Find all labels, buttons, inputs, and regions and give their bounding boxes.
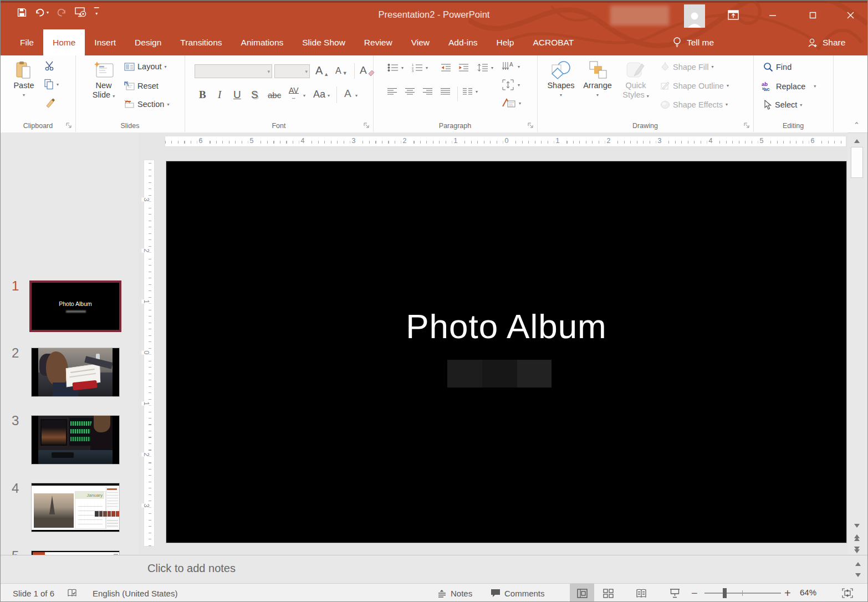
replace-dropdown[interactable]: ▾ — [814, 84, 816, 89]
font-size-combobox[interactable]: ▾ — [274, 64, 310, 78]
tab-file[interactable]: File — [11, 29, 43, 55]
select-button[interactable]: Select▾ — [763, 100, 802, 110]
font-color-dropdown[interactable]: ▾ — [355, 93, 358, 98]
close-button[interactable] — [842, 7, 859, 23]
copy-dropdown[interactable]: ▾ — [57, 82, 59, 87]
change-case-dropdown[interactable]: ▾ — [328, 93, 330, 98]
shape-effects-button[interactable]: Shape Effects▾ — [660, 100, 728, 109]
tab-acrobat[interactable]: ACROBAT — [523, 29, 583, 55]
quick-styles-button[interactable]: Quick Styles ▾ — [619, 60, 652, 101]
character-spacing-dropdown[interactable]: ▾ — [303, 93, 305, 98]
slide-thumbnail-1[interactable]: 1 Photo Album — [1, 280, 138, 332]
tab-addins[interactable]: Add-ins — [439, 29, 487, 55]
numbering-dropdown[interactable]: ▾ — [426, 65, 428, 70]
notes-scroll-down-button[interactable] — [851, 570, 865, 580]
bullets-button[interactable]: ▾ — [387, 63, 404, 72]
restore-button[interactable] — [804, 7, 821, 23]
text-direction-button[interactable]: A ▾ — [502, 61, 520, 72]
shapes-button[interactable]: Shapes ▾ — [546, 60, 576, 100]
zoom-slider-track[interactable] — [704, 593, 781, 594]
paragraph-dialog-launcher[interactable] — [528, 123, 534, 129]
line-spacing-dropdown[interactable]: ▾ — [491, 65, 493, 70]
tab-home[interactable]: Home — [43, 29, 85, 55]
slide-editing-area[interactable]: 6 5 4 3 2 1 0 1 2 3 4 5 6 3 2 1 0 1 2 3 … — [138, 132, 847, 555]
zoom-slider-thumb[interactable] — [723, 588, 727, 598]
strikethrough-button[interactable]: abc — [268, 90, 281, 100]
align-text-dropdown[interactable]: ▾ — [518, 83, 520, 88]
reset-button[interactable]: Reset — [124, 81, 159, 90]
slideshow-view-button[interactable] — [662, 584, 687, 602]
notes-placeholder[interactable]: Click to add notes — [147, 562, 236, 575]
scrollbar-thumb[interactable] — [851, 147, 863, 178]
collapse-ribbon-button[interactable]: ⌃ — [854, 121, 860, 129]
notes-pane[interactable]: Click to add notes — [1, 555, 867, 584]
character-spacing-button[interactable]: AV↔ — [289, 88, 299, 100]
current-slide[interactable]: Photo Album — [166, 161, 846, 543]
format-painter-button[interactable] — [45, 98, 56, 109]
replace-button[interactable]: abac Replace ▾ — [761, 81, 816, 91]
tab-help[interactable]: Help — [487, 29, 524, 55]
tab-review[interactable]: Review — [355, 29, 402, 55]
slide-thumbnail-2[interactable]: 2 — [1, 348, 138, 397]
shape-fill-button[interactable]: Shape Fill▾ — [660, 62, 714, 72]
tab-insert[interactable]: Insert — [85, 29, 125, 55]
paste-dropdown[interactable]: ▾ — [23, 90, 25, 100]
scroll-down-button[interactable] — [850, 521, 864, 530]
bold-button[interactable]: B — [199, 89, 206, 101]
align-left-button[interactable] — [387, 88, 397, 96]
line-spacing-button[interactable]: ▾ — [477, 63, 493, 72]
decrease-indent-button[interactable] — [441, 63, 451, 72]
change-case-button[interactable]: Aa — [313, 89, 325, 100]
tab-design[interactable]: Design — [125, 29, 171, 55]
text-direction-dropdown[interactable]: ▾ — [518, 64, 520, 69]
clipboard-dialog-launcher[interactable] — [66, 123, 73, 129]
new-slide-button[interactable]: New Slide ▾ — [88, 60, 120, 101]
columns-button[interactable]: ▾ — [463, 88, 478, 96]
section-button[interactable]: Section▾ — [124, 100, 169, 109]
paste-button[interactable]: Paste ▾ — [9, 60, 38, 100]
tab-transitions[interactable]: Transitions — [171, 29, 231, 55]
reading-view-button[interactable] — [629, 584, 653, 602]
slide-thumbnail-3[interactable]: 3 — [1, 415, 138, 465]
shape-outline-button[interactable]: Shape Outline▾ — [660, 81, 729, 90]
notes-scroll-up-button[interactable] — [851, 559, 865, 569]
slide-thumbnail-4[interactable]: 4 January — [1, 483, 138, 532]
slide-sorter-view-button[interactable] — [596, 584, 620, 602]
decrease-font-size-button[interactable]: A▼ — [335, 66, 348, 76]
language-selector[interactable]: English (United States) — [93, 584, 177, 602]
ribbon-display-options-button[interactable] — [725, 7, 742, 23]
columns-dropdown[interactable]: ▾ — [476, 89, 478, 94]
shapes-dropdown[interactable]: ▾ — [560, 90, 562, 100]
underline-button[interactable]: U — [233, 89, 241, 101]
zoom-percentage[interactable]: 64% — [800, 588, 816, 597]
increase-font-size-button[interactable]: A▲ — [315, 64, 329, 77]
font-name-combobox[interactable]: ▾ — [195, 64, 272, 78]
justify-button[interactable] — [441, 88, 451, 96]
numbering-button[interactable]: 123 ▾ — [412, 63, 428, 72]
zoom-out-button[interactable]: − — [691, 584, 698, 602]
arrange-dropdown[interactable]: ▾ — [596, 90, 599, 100]
tell-me-box[interactable]: Tell me — [673, 29, 714, 55]
align-center-button[interactable] — [405, 88, 415, 96]
slide-title-text[interactable]: Photo Album — [166, 307, 846, 346]
layout-button[interactable]: Layout▾ — [124, 62, 167, 71]
fit-slide-to-window-button[interactable] — [836, 584, 859, 602]
scroll-up-button[interactable] — [850, 136, 864, 146]
find-button[interactable]: Find — [763, 62, 792, 72]
font-dialog-launcher[interactable] — [364, 123, 370, 129]
bullets-dropdown[interactable]: ▾ — [401, 65, 404, 70]
share-button[interactable]: Share — [807, 29, 845, 55]
vertical-scrollbar[interactable] — [850, 136, 864, 555]
convert-to-smartart-button[interactable]: ▾ — [502, 98, 521, 109]
account-avatar[interactable] — [684, 4, 705, 28]
tab-animations[interactable]: Animations — [232, 29, 293, 55]
minimize-button[interactable] — [764, 7, 781, 23]
clear-formatting-button[interactable]: A — [360, 64, 375, 76]
slide-indicator[interactable]: Slide 1 of 6 — [13, 584, 54, 602]
drawing-dialog-launcher[interactable] — [744, 123, 750, 129]
smartart-dropdown[interactable]: ▾ — [519, 101, 521, 106]
increase-indent-button[interactable] — [458, 63, 469, 72]
copy-button[interactable]: ▾ — [44, 79, 59, 90]
text-shadow-button[interactable]: S — [251, 89, 258, 101]
comments-toggle-button[interactable]: Comments — [491, 584, 545, 602]
